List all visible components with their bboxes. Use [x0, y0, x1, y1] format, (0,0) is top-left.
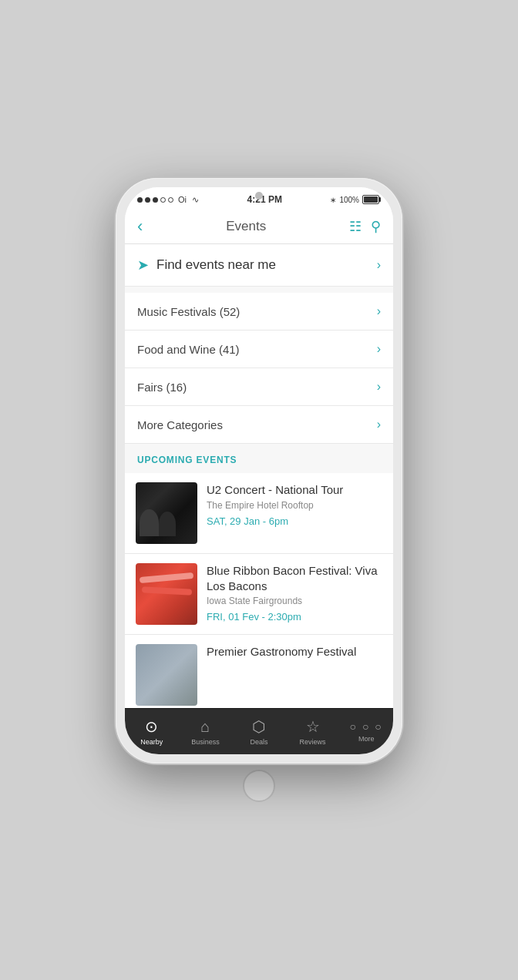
tab-nearby[interactable]: ⊙ Nearby — [133, 717, 171, 746]
nearby-icon: ⊙ — [145, 717, 158, 736]
event-row-bacon[interactable]: Blue Ribbon Bacon Festival: Viva Los Bac… — [125, 554, 393, 635]
chevron-right-icon: › — [377, 342, 381, 356]
location-icon: ➤ — [137, 257, 149, 274]
bluetooth-icon: ∗ — [330, 196, 336, 204]
chevron-right-icon: › — [377, 258, 381, 272]
event-info-u2: U2 Concert - National Tour The Empire Ho… — [207, 482, 382, 527]
battery-area: ∗ 100% — [330, 195, 381, 204]
chevron-right-icon: › — [377, 304, 381, 318]
tab-deals[interactable]: ⬡ Deals — [240, 717, 278, 746]
tab-reviews-label: Reviews — [300, 738, 326, 746]
event-image-gastronomy — [136, 644, 197, 706]
camera — [255, 192, 263, 200]
category-row-more[interactable]: More Categories › — [125, 406, 393, 444]
event-title: Premier Gastronomy Festival — [207, 644, 382, 659]
event-title: Blue Ribbon Bacon Festival: Viva Los Bac… — [207, 563, 382, 593]
event-image-u2 — [136, 482, 197, 544]
carrier-label: Oi — [178, 195, 187, 204]
wifi-icon: ∿ — [192, 195, 199, 205]
battery-percent: 100% — [339, 196, 359, 204]
nav-title: Events — [226, 219, 266, 234]
signal-dot-2 — [145, 197, 150, 203]
tab-nearby-label: Nearby — [140, 738, 163, 746]
business-icon: ⌂ — [200, 718, 210, 736]
chevron-right-icon: › — [377, 418, 381, 431]
navigation-bar: ‹ Events ☷ ⚲ — [125, 209, 393, 244]
category-list: Music Festivals (52) › Food and Wine (41… — [125, 293, 393, 444]
category-label: More Categories — [137, 418, 377, 431]
signal-dot-3 — [153, 197, 158, 203]
signal-dot-5 — [168, 197, 173, 203]
main-content: ➤ Find events near me › Music Festivals … — [125, 244, 393, 708]
nav-actions: ☷ ⚲ — [349, 218, 381, 235]
tab-business-label: Business — [191, 738, 220, 746]
signal-area: Oi ∿ — [137, 195, 199, 205]
tab-bar: ⊙ Nearby ⌂ Business ⬡ Deals ☆ Reviews ○ … — [125, 708, 393, 754]
more-icon: ○ ○ ○ — [350, 720, 383, 733]
find-events-label: Find events near me — [156, 257, 369, 273]
event-venue: The Empire Hotel Rooftop — [207, 500, 382, 511]
event-row-gastronomy[interactable]: Premier Gastronomy Festival — [125, 635, 393, 708]
event-date: SAT, 29 Jan - 6pm — [207, 515, 382, 527]
battery-icon — [362, 195, 381, 204]
phone-screen: Oi ∿ 4:21 PM ∗ 100% ‹ — [125, 187, 393, 754]
event-image-bacon — [136, 563, 197, 625]
event-info-gastronomy: Premier Gastronomy Festival — [207, 644, 382, 662]
category-row-fairs[interactable]: Fairs (16) › — [125, 368, 393, 406]
calendar-icon[interactable]: ☷ — [349, 218, 362, 235]
upcoming-events-header: UPCOMING EVENTS — [125, 444, 393, 473]
tab-more-label: More — [358, 735, 375, 743]
phone-outer: Oi ∿ 4:21 PM ∗ 100% ‹ — [116, 178, 402, 764]
deals-icon: ⬡ — [252, 717, 265, 736]
event-venue: Iowa State Fairgrounds — [207, 596, 382, 606]
signal-dot-1 — [137, 197, 143, 203]
category-label: Food and Wine (41) — [137, 343, 377, 356]
tab-deals-label: Deals — [250, 738, 267, 746]
signal-dot-4 — [160, 197, 166, 203]
tab-more[interactable]: ○ ○ ○ More — [347, 720, 385, 743]
category-row-food[interactable]: Food and Wine (41) › — [125, 331, 393, 368]
event-info-bacon: Blue Ribbon Bacon Festival: Viva Los Bac… — [207, 563, 382, 623]
chevron-right-icon: › — [377, 380, 381, 394]
event-title: U2 Concert - National Tour — [207, 482, 382, 498]
search-icon[interactable]: ⚲ — [371, 218, 381, 235]
tab-business[interactable]: ⌂ Business — [186, 718, 224, 746]
category-row-music[interactable]: Music Festivals (52) › — [125, 293, 393, 331]
tab-reviews[interactable]: ☆ Reviews — [294, 717, 332, 746]
event-list: U2 Concert - National Tour The Empire Ho… — [125, 473, 393, 708]
find-events-row[interactable]: ➤ Find events near me › — [125, 244, 393, 287]
phone-frame: Oi ∿ 4:21 PM ∗ 100% ‹ — [116, 178, 402, 802]
event-row-u2[interactable]: U2 Concert - National Tour The Empire Ho… — [125, 473, 393, 554]
clock: 4:21 PM — [247, 194, 282, 205]
category-label: Music Festivals (52) — [137, 305, 377, 318]
category-label: Fairs (16) — [137, 381, 377, 394]
home-button[interactable] — [243, 770, 275, 802]
back-button[interactable]: ‹ — [137, 218, 143, 235]
reviews-icon: ☆ — [306, 717, 320, 736]
event-date: FRI, 01 Fev - 2:30pm — [207, 611, 382, 623]
